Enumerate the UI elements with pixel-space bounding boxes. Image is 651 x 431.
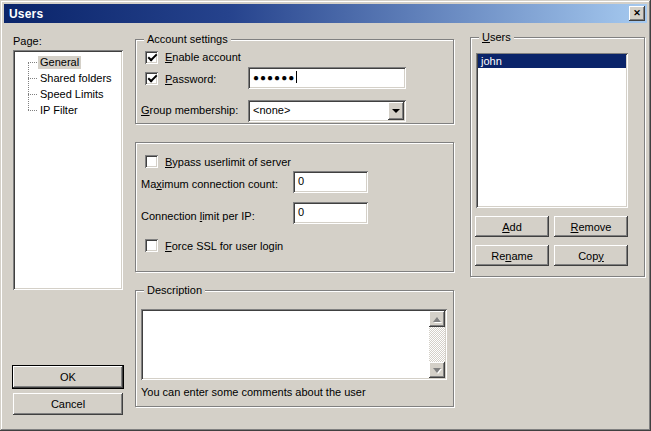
user-list-item[interactable]: john xyxy=(478,54,626,68)
group-membership-label: Group membership: xyxy=(141,104,238,117)
tree-item-ip-filter[interactable]: IP Filter xyxy=(13,102,123,118)
tree-item-label[interactable]: General xyxy=(38,56,81,69)
add-button[interactable]: Add xyxy=(475,216,549,237)
users-listbox[interactable]: john xyxy=(476,53,628,208)
tree-item-shared-folders[interactable]: Shared folders xyxy=(13,70,123,86)
ok-button[interactable]: OK xyxy=(13,366,123,388)
bypass-userlimit-checkbox[interactable] xyxy=(145,155,158,168)
tree-item-label[interactable]: IP Filter xyxy=(38,104,80,117)
scroll-down-button[interactable] xyxy=(429,362,445,378)
page-label: Page: xyxy=(13,35,42,48)
tree-item-label[interactable]: Shared folders xyxy=(38,72,114,85)
ip-limit-label: Connection limit per IP: xyxy=(141,210,255,223)
group-membership-value: <none> xyxy=(253,104,290,117)
enable-account-checkbox[interactable] xyxy=(145,51,158,64)
ip-limit-input[interactable]: 0 xyxy=(293,202,368,224)
max-connections-input[interactable]: 0 xyxy=(293,171,368,193)
group-membership-select[interactable]: <none> xyxy=(248,100,406,122)
force-ssl-checkbox[interactable] xyxy=(145,239,158,252)
description-scrollbar[interactable] xyxy=(429,311,445,378)
enable-account-label[interactable]: Enable account xyxy=(165,51,241,64)
titlebar[interactable]: Users ✕ xyxy=(4,4,647,23)
password-checkbox[interactable] xyxy=(145,72,158,85)
close-button[interactable]: ✕ xyxy=(629,6,645,21)
force-ssl-label[interactable]: Force SSL for user login xyxy=(165,240,283,253)
bypass-userlimit-label[interactable]: Bypass userlimit of server xyxy=(165,156,291,169)
description-textarea[interactable] xyxy=(141,309,447,380)
page-tree[interactable]: General Shared folders Speed Limits IP F… xyxy=(13,50,123,290)
arrow-down-icon xyxy=(433,368,441,373)
close-icon: ✕ xyxy=(633,9,641,18)
arrow-up-icon xyxy=(433,317,441,322)
tree-item-speed-limits[interactable]: Speed Limits xyxy=(13,86,123,102)
password-value: ●●●●●● xyxy=(253,71,297,84)
dropdown-button[interactable] xyxy=(388,102,404,120)
password-input[interactable]: ●●●●●● xyxy=(248,67,406,89)
users-dialog: Users ✕ Page: General Shared folders Spe… xyxy=(0,0,651,431)
password-label[interactable]: Password: xyxy=(165,73,216,86)
description-title: Description xyxy=(144,284,205,297)
max-connections-label: Maximum connection count: xyxy=(141,178,278,191)
copy-button[interactable]: Copy xyxy=(554,245,628,266)
ip-limit-value: 0 xyxy=(298,206,304,219)
max-connections-value: 0 xyxy=(298,175,304,188)
window-title: Users xyxy=(9,7,43,21)
users-group-title: Users xyxy=(479,31,514,44)
text-caret xyxy=(296,71,297,83)
rename-button[interactable]: Rename xyxy=(475,245,549,266)
tree-item-label[interactable]: Speed Limits xyxy=(38,88,106,101)
description-hint: You can enter some comments about the us… xyxy=(141,386,366,399)
cancel-button[interactable]: Cancel xyxy=(13,393,123,415)
scroll-up-button[interactable] xyxy=(429,311,445,327)
tree-item-general[interactable]: General xyxy=(13,54,123,70)
account-settings-title: Account settings xyxy=(144,33,231,46)
chevron-down-icon xyxy=(392,109,400,113)
remove-button[interactable]: Remove xyxy=(554,216,628,237)
